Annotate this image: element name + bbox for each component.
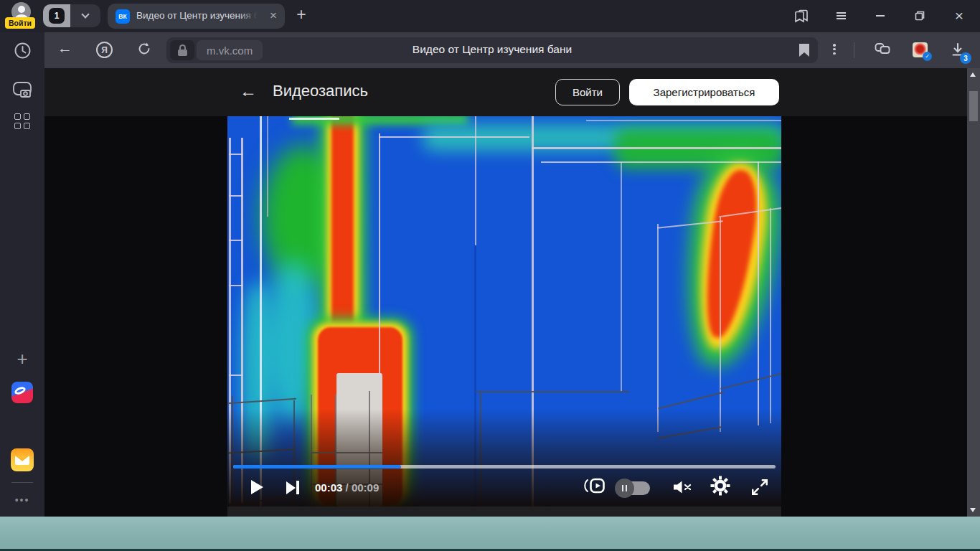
page-content: ← Видеозапись Войти Зарегистрироваться — [44, 68, 980, 517]
downloads-badge: 3 — [960, 52, 971, 64]
scrollbar-thumb[interactable] — [969, 91, 978, 121]
bench-line — [720, 372, 781, 389]
thermal-line — [758, 161, 759, 425]
thermal-chimney-core — [331, 116, 354, 333]
page-back-icon[interactable]: ← — [240, 82, 257, 100]
restore-button[interactable] — [911, 8, 928, 24]
toolbar-divider — [854, 42, 854, 58]
time-total: / 00:09 — [342, 481, 379, 494]
chevron-down-icon — [81, 10, 89, 18]
extension-icon[interactable]: ✓ — [913, 42, 928, 57]
thermal-line — [229, 375, 242, 376]
page-title: Видеозапись — [273, 82, 368, 100]
bench-line — [657, 224, 659, 432]
extension-check-badge: ✓ — [923, 52, 932, 61]
tab-counter-number[interactable]: 1 — [43, 4, 70, 27]
browser-tab[interactable]: ВК Видео от Центр изучения бани × — [108, 4, 285, 29]
below-video-strip — [227, 507, 781, 517]
thermal-line — [229, 195, 242, 197]
page-title-omnibox: Видео от Центр изучения бани — [166, 43, 818, 56]
thermal-line — [586, 120, 781, 121]
yandex-search-icon[interactable]: Я — [96, 42, 113, 58]
screenshot-icon[interactable] — [0, 81, 44, 100]
avatar-head-icon — [18, 6, 25, 13]
tab-list-chevron-button[interactable] — [70, 4, 100, 27]
sidebar-divider — [11, 482, 33, 483]
login-button[interactable]: Войти — [555, 79, 620, 105]
history-icon[interactable] — [0, 42, 44, 60]
bench-line — [476, 391, 629, 392]
thermal-line — [229, 285, 242, 286]
time-display: 00:03 / 00:09 — [315, 481, 379, 494]
controls-gradient — [227, 409, 781, 507]
tab-counter[interactable]: 1 — [43, 4, 100, 27]
screen: Войти 1 ВК Видео от Центр изучения бани … — [0, 0, 980, 551]
thermal-line — [475, 116, 476, 249]
tab-counter-shield: 1 — [49, 8, 65, 24]
omnibox[interactable]: m.vk.com Видео от Центр изучения бани — [166, 37, 818, 63]
next-bar — [296, 481, 299, 494]
mail-logo — [11, 448, 34, 471]
downloads-icon[interactable]: 3 — [950, 42, 966, 60]
tab-title-fade — [238, 7, 261, 25]
thermal-line — [621, 162, 622, 392]
progress-bar[interactable] — [233, 465, 776, 468]
kebab-menu-icon[interactable] — [831, 42, 838, 56]
mute-icon[interactable] — [672, 479, 694, 499]
apps-grid-icon[interactable] — [0, 113, 44, 129]
toggle-knob-pause-icon — [615, 479, 634, 498]
fullscreen-icon[interactable] — [750, 478, 769, 499]
extension-image: ✓ — [913, 42, 928, 57]
register-button[interactable]: Зарегистрироваться — [629, 79, 779, 105]
pinned-app-icon[interactable] — [0, 382, 44, 403]
thermal-line — [267, 116, 268, 217]
scroll-up-icon[interactable] — [970, 72, 976, 77]
thermal-line — [541, 161, 781, 163]
bench-line — [770, 208, 771, 423]
minimize-button[interactable] — [872, 8, 889, 24]
pinned-app-logo — [11, 382, 33, 403]
page-scrollbar[interactable] — [967, 68, 980, 517]
close-button[interactable]: × — [951, 8, 968, 24]
tab-close-icon[interactable]: × — [267, 9, 280, 22]
sidebar: + ••• — [0, 32, 44, 517]
scroll-down-icon[interactable] — [970, 508, 976, 512]
play-icon[interactable] — [251, 480, 263, 494]
address-bar: ← Я m.vk.com Видео от Центр изучения бан… — [44, 32, 980, 68]
sidebar-more-icon[interactable]: ••• — [0, 494, 44, 506]
add-panel-icon[interactable]: + — [0, 348, 44, 370]
bench-line — [720, 217, 721, 432]
vk-header: ← Видеозапись Войти Зарегистрироваться — [44, 68, 967, 116]
yandex-mail-icon[interactable] — [0, 448, 44, 471]
new-tab-button[interactable]: + — [291, 5, 311, 25]
side-panels-icon[interactable] — [793, 8, 810, 24]
settings-gear-icon[interactable] — [710, 475, 731, 499]
windows-taskbar: Y РУС 22:06 04.06.2025 — [0, 517, 980, 551]
thermal-line — [532, 147, 781, 149]
vk-favicon-icon: ВК — [116, 9, 130, 24]
next-video-icon[interactable] — [286, 481, 299, 494]
video-player[interactable]: 00:03 / 00:09 — [227, 116, 781, 507]
back-icon[interactable]: ← — [57, 39, 72, 57]
browser-menu-icon[interactable] — [832, 8, 849, 24]
bench-line — [658, 392, 725, 409]
thermal-line — [379, 136, 529, 138]
reload-icon[interactable] — [136, 41, 152, 60]
password-manager-icon[interactable] — [874, 42, 891, 59]
thermal-line — [229, 240, 242, 241]
next-triangle — [286, 481, 296, 494]
autoplay-toggle[interactable] — [617, 481, 650, 495]
pip-icon[interactable] — [584, 476, 606, 498]
progress-fill — [233, 465, 401, 468]
tab-strip: Войти 1 ВК Видео от Центр изучения бани … — [0, 0, 980, 32]
time-current: 00:03 — [315, 481, 342, 494]
profile-login-badge[interactable]: Войти — [5, 17, 35, 29]
thermal-line — [289, 118, 339, 120]
thermal-line — [229, 154, 242, 155]
